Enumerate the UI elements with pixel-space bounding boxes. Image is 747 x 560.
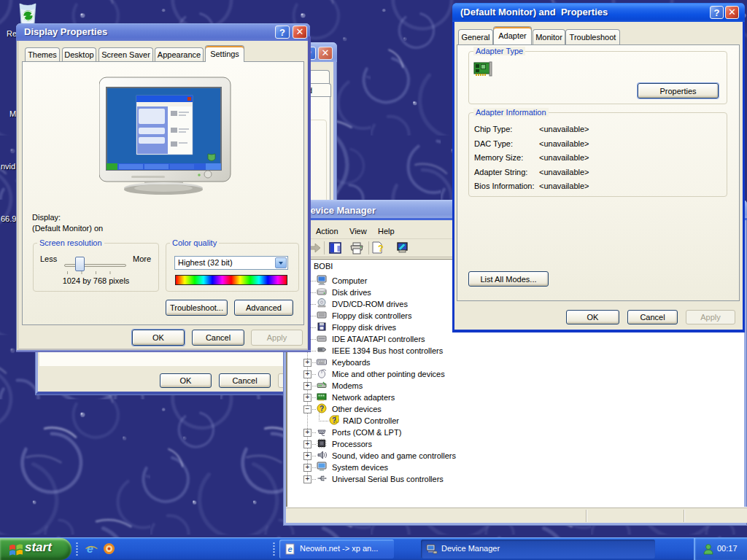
svg-text:?: ? [332, 416, 336, 424]
svg-text:e: e [87, 542, 93, 555]
svg-text:e: e [287, 545, 292, 553]
svg-text:?: ? [320, 405, 324, 413]
svg-text:?: ? [378, 243, 384, 254]
